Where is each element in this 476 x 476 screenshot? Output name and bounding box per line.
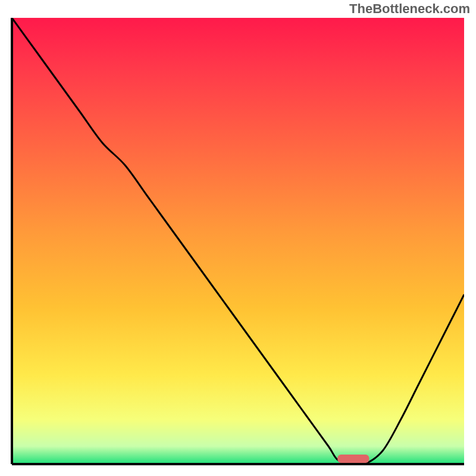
plot-background: [12, 18, 464, 464]
optimal-marker: [337, 455, 369, 463]
bottleneck-chart: [0, 0, 476, 476]
